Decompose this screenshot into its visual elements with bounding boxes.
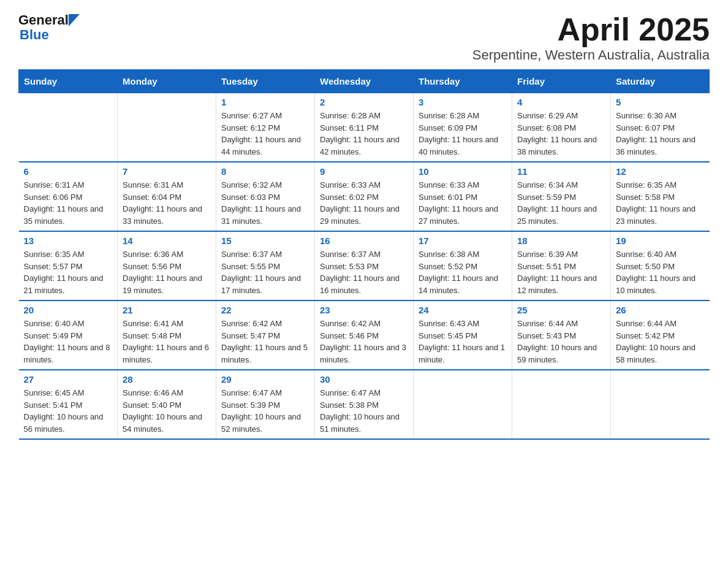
calendar-cell: 19Sunrise: 6:40 AM Sunset: 5:50 PM Dayli… xyxy=(611,231,710,301)
calendar-cell: 17Sunrise: 6:38 AM Sunset: 5:52 PM Dayli… xyxy=(414,231,512,301)
calendar-cell: 15Sunrise: 6:37 AM Sunset: 5:55 PM Dayli… xyxy=(216,231,315,301)
calendar-cell: 24Sunrise: 6:43 AM Sunset: 5:45 PM Dayli… xyxy=(414,301,512,370)
calendar-cell: 6Sunrise: 6:31 AM Sunset: 6:06 PM Daylig… xyxy=(19,162,118,231)
day-number: 28 xyxy=(123,374,211,385)
week-row-5: 27Sunrise: 6:45 AM Sunset: 5:41 PM Dayli… xyxy=(19,370,710,439)
header-day-friday: Friday xyxy=(512,70,611,93)
calendar-cell: 29Sunrise: 6:47 AM Sunset: 5:39 PM Dayli… xyxy=(216,370,315,439)
day-number: 6 xyxy=(24,166,113,177)
day-info: Sunrise: 6:33 AM Sunset: 6:01 PM Dayligh… xyxy=(419,179,507,227)
calendar-cell: 1Sunrise: 6:27 AM Sunset: 6:12 PM Daylig… xyxy=(216,93,315,163)
header-day-saturday: Saturday xyxy=(611,70,710,93)
day-info: Sunrise: 6:31 AM Sunset: 6:04 PM Dayligh… xyxy=(123,179,211,227)
calendar-cell: 8Sunrise: 6:32 AM Sunset: 6:03 PM Daylig… xyxy=(216,162,315,231)
calendar-cell xyxy=(512,370,611,439)
day-number: 21 xyxy=(123,305,211,315)
day-number: 5 xyxy=(616,97,705,107)
calendar-cell: 16Sunrise: 6:37 AM Sunset: 5:53 PM Dayli… xyxy=(315,231,414,301)
calendar-cell: 11Sunrise: 6:34 AM Sunset: 5:59 PM Dayli… xyxy=(512,162,611,231)
day-info: Sunrise: 6:44 AM Sunset: 5:42 PM Dayligh… xyxy=(616,318,705,366)
page-subtitle: Serpentine, Western Australia, Australia xyxy=(472,47,710,63)
day-number: 20 xyxy=(24,305,113,315)
day-number: 9 xyxy=(320,166,408,177)
week-row-3: 13Sunrise: 6:35 AM Sunset: 5:57 PM Dayli… xyxy=(19,231,710,301)
day-info: Sunrise: 6:29 AM Sunset: 6:08 PM Dayligh… xyxy=(517,110,605,158)
header-day-thursday: Thursday xyxy=(414,70,512,93)
day-info: Sunrise: 6:47 AM Sunset: 5:38 PM Dayligh… xyxy=(320,387,408,435)
calendar-cell: 20Sunrise: 6:40 AM Sunset: 5:49 PM Dayli… xyxy=(19,301,118,370)
day-info: Sunrise: 6:33 AM Sunset: 6:02 PM Dayligh… xyxy=(320,179,408,227)
day-info: Sunrise: 6:32 AM Sunset: 6:03 PM Dayligh… xyxy=(221,179,309,227)
day-number: 29 xyxy=(221,374,309,385)
day-info: Sunrise: 6:41 AM Sunset: 5:48 PM Dayligh… xyxy=(123,318,211,366)
calendar-cell: 23Sunrise: 6:42 AM Sunset: 5:46 PM Dayli… xyxy=(315,301,414,370)
day-info: Sunrise: 6:36 AM Sunset: 5:56 PM Dayligh… xyxy=(123,248,211,296)
calendar-cell: 26Sunrise: 6:44 AM Sunset: 5:42 PM Dayli… xyxy=(611,301,710,370)
day-number: 12 xyxy=(616,166,705,177)
day-number: 17 xyxy=(419,236,507,246)
calendar-cell: 28Sunrise: 6:46 AM Sunset: 5:40 PM Dayli… xyxy=(118,370,216,439)
day-number: 19 xyxy=(616,236,705,246)
calendar-cell: 27Sunrise: 6:45 AM Sunset: 5:41 PM Dayli… xyxy=(19,370,118,439)
header-day-sunday: Sunday xyxy=(19,70,118,93)
header-row: SundayMondayTuesdayWednesdayThursdayFrid… xyxy=(19,70,710,93)
calendar-header: SundayMondayTuesdayWednesdayThursdayFrid… xyxy=(19,70,710,93)
day-info: Sunrise: 6:37 AM Sunset: 5:55 PM Dayligh… xyxy=(221,248,309,296)
day-info: Sunrise: 6:30 AM Sunset: 6:07 PM Dayligh… xyxy=(616,110,705,158)
calendar-cell: 3Sunrise: 6:28 AM Sunset: 6:09 PM Daylig… xyxy=(414,93,512,163)
calendar-cell: 9Sunrise: 6:33 AM Sunset: 6:02 PM Daylig… xyxy=(315,162,414,231)
logo-arrow-icon xyxy=(69,14,80,26)
day-info: Sunrise: 6:27 AM Sunset: 6:12 PM Dayligh… xyxy=(221,110,309,158)
calendar-cell: 4Sunrise: 6:29 AM Sunset: 6:08 PM Daylig… xyxy=(512,93,611,163)
day-number: 7 xyxy=(123,166,211,177)
calendar-cell xyxy=(118,93,216,163)
day-number: 27 xyxy=(24,374,113,385)
calendar-cell: 13Sunrise: 6:35 AM Sunset: 5:57 PM Dayli… xyxy=(19,231,118,301)
calendar-cell xyxy=(414,370,512,439)
header-day-wednesday: Wednesday xyxy=(315,70,414,93)
day-info: Sunrise: 6:44 AM Sunset: 5:43 PM Dayligh… xyxy=(517,318,605,366)
header-day-monday: Monday xyxy=(118,70,216,93)
calendar-cell: 2Sunrise: 6:28 AM Sunset: 6:11 PM Daylig… xyxy=(315,93,414,163)
day-info: Sunrise: 6:34 AM Sunset: 5:59 PM Dayligh… xyxy=(517,179,605,227)
header-day-tuesday: Tuesday xyxy=(216,70,315,93)
calendar-cell xyxy=(19,93,118,163)
week-row-1: 1Sunrise: 6:27 AM Sunset: 6:12 PM Daylig… xyxy=(19,93,710,163)
calendar-cell: 5Sunrise: 6:30 AM Sunset: 6:07 PM Daylig… xyxy=(611,93,710,163)
day-info: Sunrise: 6:42 AM Sunset: 5:46 PM Dayligh… xyxy=(320,318,408,366)
day-number: 13 xyxy=(24,236,113,246)
calendar-cell: 14Sunrise: 6:36 AM Sunset: 5:56 PM Dayli… xyxy=(118,231,216,301)
calendar-cell: 18Sunrise: 6:39 AM Sunset: 5:51 PM Dayli… xyxy=(512,231,611,301)
calendar-cell xyxy=(611,370,710,439)
day-number: 3 xyxy=(419,97,507,107)
calendar-table: SundayMondayTuesdayWednesdayThursdayFrid… xyxy=(18,69,710,440)
day-number: 25 xyxy=(517,305,605,315)
day-info: Sunrise: 6:28 AM Sunset: 6:09 PM Dayligh… xyxy=(419,110,507,158)
week-row-2: 6Sunrise: 6:31 AM Sunset: 6:06 PM Daylig… xyxy=(19,162,710,231)
logo-general-text: General xyxy=(18,12,69,28)
logo-blue-text: Blue xyxy=(20,27,49,43)
day-number: 4 xyxy=(517,97,605,107)
day-info: Sunrise: 6:46 AM Sunset: 5:40 PM Dayligh… xyxy=(123,387,211,435)
day-number: 1 xyxy=(221,97,309,107)
day-number: 26 xyxy=(616,305,705,315)
calendar-cell: 10Sunrise: 6:33 AM Sunset: 6:01 PM Dayli… xyxy=(414,162,512,231)
day-info: Sunrise: 6:40 AM Sunset: 5:50 PM Dayligh… xyxy=(616,248,705,296)
day-info: Sunrise: 6:38 AM Sunset: 5:52 PM Dayligh… xyxy=(419,248,507,296)
day-number: 30 xyxy=(320,374,408,385)
calendar-cell: 21Sunrise: 6:41 AM Sunset: 5:48 PM Dayli… xyxy=(118,301,216,370)
day-number: 18 xyxy=(517,236,605,246)
day-info: Sunrise: 6:39 AM Sunset: 5:51 PM Dayligh… xyxy=(517,248,605,296)
day-number: 8 xyxy=(221,166,309,177)
day-number: 11 xyxy=(517,166,605,177)
day-number: 15 xyxy=(221,236,309,246)
day-info: Sunrise: 6:42 AM Sunset: 5:47 PM Dayligh… xyxy=(221,318,309,366)
page-title: April 2025 xyxy=(472,12,710,47)
calendar-cell: 12Sunrise: 6:35 AM Sunset: 5:58 PM Dayli… xyxy=(611,162,710,231)
day-number: 23 xyxy=(320,305,408,315)
calendar-cell: 22Sunrise: 6:42 AM Sunset: 5:47 PM Dayli… xyxy=(216,301,315,370)
day-number: 14 xyxy=(123,236,211,246)
day-info: Sunrise: 6:31 AM Sunset: 6:06 PM Dayligh… xyxy=(24,179,113,227)
day-info: Sunrise: 6:35 AM Sunset: 5:57 PM Dayligh… xyxy=(24,248,113,296)
day-info: Sunrise: 6:28 AM Sunset: 6:11 PM Dayligh… xyxy=(320,110,408,158)
